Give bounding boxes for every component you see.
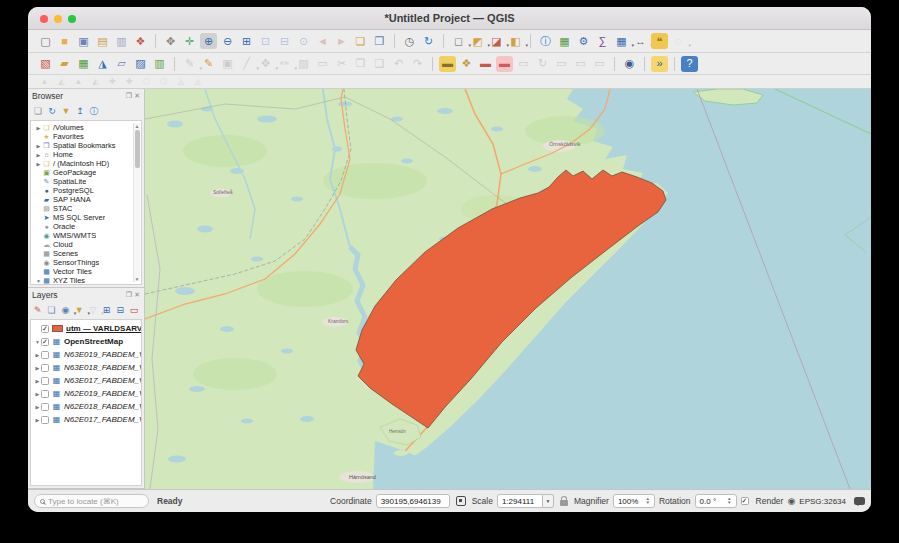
layer-visibility-checkbox[interactable] <box>41 416 49 424</box>
mesh-digitizing-6-button[interactable]: ✚ <box>122 76 137 87</box>
cut-features-button[interactable]: ✂ <box>333 56 350 72</box>
add-point-cloud-layer-button[interactable]: ▱ <box>113 56 130 72</box>
show-spatial-bookmarks-button[interactable]: ❒ <box>371 33 388 49</box>
undo-button[interactable]: ↶ <box>390 56 407 72</box>
zoom-window-button[interactable] <box>68 15 76 23</box>
layer-diagram-options-button[interactable]: ❖ <box>458 56 475 72</box>
collapse-all-button[interactable]: ↥ <box>73 105 87 118</box>
render-checkbox[interactable]: ✓ <box>741 497 749 505</box>
add-vector-layer-button[interactable]: ▰ <box>56 56 73 72</box>
save-layer-edits-button[interactable]: ▣ <box>219 56 236 72</box>
extents-icon[interactable] <box>456 496 466 506</box>
dropdown-arrow-icon[interactable]: ▾ <box>525 43 528 48</box>
coordinate-input[interactable]: 390195,6946139 <box>376 494 450 508</box>
current-edits-button[interactable]: ✎▾ <box>181 56 198 72</box>
browser-item-macintosh-hd[interactable]: ▶❏/ (Macintosh HD) <box>31 159 141 168</box>
redo-button[interactable]: ↷ <box>409 56 426 72</box>
delete-selected-button[interactable]: ▭ <box>314 56 331 72</box>
layer-item-n62e019-fabdem-v1-2[interactable]: ▶▦N62E019_FABDEM_V1-2 <box>31 387 141 400</box>
add-raster-layer-button[interactable]: ▦ <box>75 56 92 72</box>
layer-item-utm-varldsarv[interactable]: ✓utm — VARLDSARV <box>31 322 141 335</box>
zoom-native-button[interactable]: ⊙ <box>295 33 312 49</box>
close-window-button[interactable] <box>40 15 48 23</box>
zoom-out-button[interactable]: ⊖ <box>219 33 236 49</box>
browser-scrollbar[interactable]: ▲ ▼ <box>133 123 140 282</box>
add-delimited-text-layer-button[interactable]: ▨ <box>132 56 149 72</box>
metasearch-button[interactable]: ◉ <box>621 56 638 72</box>
pan-to-selection-button[interactable]: ✛ <box>181 33 198 49</box>
new-map-view-button[interactable]: ❏ <box>352 33 369 49</box>
expander-icon[interactable]: ▼ <box>35 278 42 284</box>
label-toolbar-extra-button[interactable]: ▭ <box>591 56 608 72</box>
pin-labels-button[interactable]: ▬ <box>477 56 494 72</box>
modify-attributes-button[interactable]: ▨ <box>295 56 312 72</box>
zoom-to-selection-button[interactable]: ⊡ <box>257 33 274 49</box>
expander-icon[interactable]: ▶ <box>34 352 41 358</box>
python-console-button[interactable]: » <box>651 56 668 72</box>
curved-label-button[interactable]: ▭ <box>572 56 589 72</box>
browser-item-postgresql[interactable]: ●PostgreSQL <box>31 186 141 195</box>
map-tips-button[interactable]: ❝ <box>651 33 668 49</box>
layer-visibility-checkbox[interactable] <box>41 351 49 359</box>
rotation-input[interactable]: 0.0 ° <box>695 494 737 508</box>
rotate-label-button[interactable]: ↻ <box>534 56 551 72</box>
browser-item-vector-tiles[interactable]: ▦Vector Tiles <box>31 267 141 276</box>
open-data-source-manager-button[interactable]: ▧ <box>37 56 54 72</box>
mesh-digitizing-2-button[interactable]: ◭ <box>54 76 69 87</box>
change-label-properties-button[interactable]: ▭ <box>553 56 570 72</box>
highlight-pinned-labels-button[interactable]: ▬ <box>496 56 513 72</box>
layer-item-n63e019-fabdem-v1-2[interactable]: ▶▦N63E019_FABDEM_V1-2 <box>31 348 141 361</box>
dropdown-arrow-icon[interactable]: ▾ <box>688 43 691 48</box>
expander-icon[interactable]: ▶ <box>35 152 42 158</box>
open-attribute-table-button[interactable]: ▦▾ <box>613 33 630 49</box>
expander-icon[interactable]: ▶ <box>34 417 41 423</box>
zoom-last-button[interactable]: ◄ <box>314 33 331 49</box>
layer-item-openstreetmap[interactable]: ▼✓▦OpenStreetMap <box>31 335 141 348</box>
expander-icon[interactable]: ▶ <box>34 391 41 397</box>
mesh-digitizing-10-button[interactable]: ◬ <box>190 76 205 87</box>
add-feature-button[interactable]: ╱▾ <box>238 56 255 72</box>
expand-all-layers-button[interactable]: ⊞ <box>100 304 114 317</box>
zoom-to-layer-button[interactable]: ⊟ <box>276 33 293 49</box>
collapse-all-layers-button[interactable]: ⊟ <box>114 304 128 317</box>
scroll-up-icon[interactable]: ▲ <box>135 123 140 129</box>
toggle-editing-button[interactable]: ✎ <box>200 56 217 72</box>
style-manager-button[interactable]: ❖ <box>132 33 149 49</box>
mesh-digitizing-4-button[interactable]: ◭ <box>88 76 103 87</box>
layer-visibility-checkbox[interactable] <box>41 364 49 372</box>
help-button[interactable]: ? <box>681 56 698 72</box>
new-project-button[interactable]: ▢ <box>37 33 54 49</box>
browser-item-spatial-bookmarks[interactable]: ▶❒Spatial Bookmarks <box>31 141 141 150</box>
manage-map-themes-button[interactable]: ◉▾ <box>59 304 73 317</box>
crs-status[interactable]: EPSG:32634 <box>799 497 846 506</box>
expander-icon[interactable]: ▶ <box>34 378 41 384</box>
layer-labeling-options-button[interactable]: ▬ <box>439 56 456 72</box>
layer-item-n63e017-fabdem-v1-2[interactable]: ▶▦N63E017_FABDEM_V1-2 <box>31 374 141 387</box>
filter-legend-button[interactable]: ▼▾ <box>72 304 86 317</box>
minimize-window-button[interactable] <box>54 15 62 23</box>
crs-globe-icon[interactable]: ◉ <box>787 496 795 506</box>
move-label-button[interactable]: ▭ <box>515 56 532 72</box>
browser-item-favorites[interactable]: ★Favorites <box>31 132 141 141</box>
scrollbar-thumb[interactable] <box>135 130 140 168</box>
add-mesh-layer-button[interactable]: ◮ <box>94 56 111 72</box>
browser-item-sap-hana[interactable]: ▰SAP HANA <box>31 195 141 204</box>
mesh-digitizing-5-button[interactable]: ✚ <box>105 76 120 87</box>
save-project-button[interactable]: ▣ <box>75 33 92 49</box>
messages-icon[interactable] <box>854 497 865 505</box>
remove-layer-button[interactable]: ▭ <box>127 304 141 317</box>
rotation-stepper[interactable] <box>727 497 731 505</box>
zoom-in-button[interactable]: ⊕ <box>200 33 217 49</box>
measure-button[interactable]: ↔▾ <box>632 33 649 49</box>
layer-item-n63e018-fabdem-v1-2[interactable]: ▶▦N63E018_FABDEM_V1-2 <box>31 361 141 374</box>
browser-close-icon[interactable]: ✕ <box>134 92 140 100</box>
refresh-browser-button[interactable]: ↻ <box>45 105 59 118</box>
zoom-full-button[interactable]: ⊞ <box>238 33 255 49</box>
mesh-digitizing-3-button[interactable]: ▲ <box>71 76 86 87</box>
identify-features-button[interactable]: ⓘ <box>537 33 554 49</box>
open-layer-styling-button[interactable]: ✎ <box>31 304 45 317</box>
locator-input[interactable]: Type to locate (⌘K) <box>34 494 149 508</box>
layer-item-n62e018-fabdem-v1-2[interactable]: ▶▦N62E018_FABDEM_V1-2 <box>31 400 141 413</box>
add-selected-layers-button[interactable]: ❏ <box>31 105 45 118</box>
show-layout-manager-button[interactable]: ▥ <box>113 33 130 49</box>
